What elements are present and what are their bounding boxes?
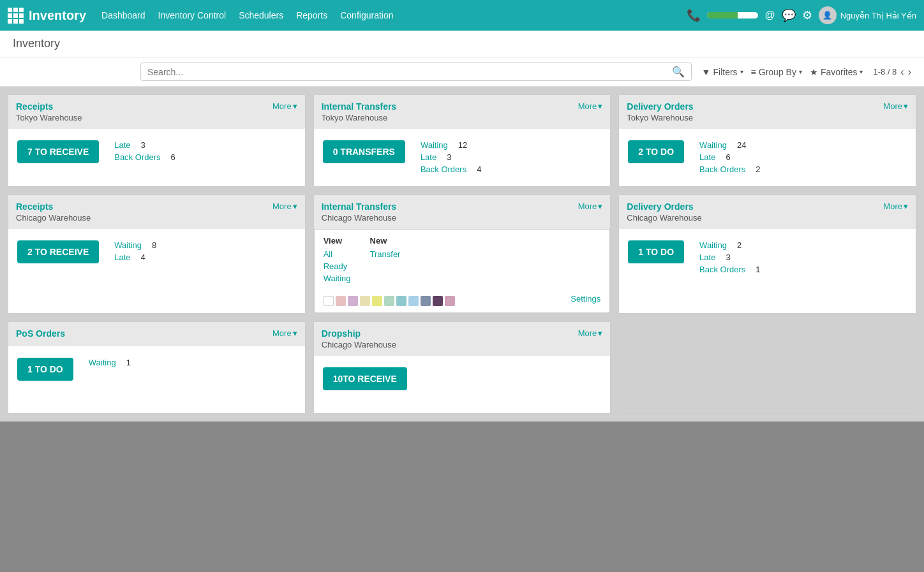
card-subtitle: Chicago Warehouse	[627, 213, 701, 223]
stat-label-late[interactable]: Late	[421, 152, 436, 162]
stat-label-waiting[interactable]: Waiting	[699, 240, 727, 250]
dropdown-link-waiting[interactable]: Waiting	[324, 274, 351, 283]
more-button-pos[interactable]: More ▾	[272, 328, 297, 338]
menu-reports[interactable]: Reports	[296, 10, 327, 20]
swatch-pink[interactable]	[336, 296, 346, 306]
dropdown-popup: View All Ready Waiting New Transfer	[314, 229, 611, 313]
stat-label-waiting[interactable]: Waiting	[89, 358, 116, 367]
action-btn-2-to-do[interactable]: 2 TO DO	[628, 140, 684, 163]
stat-label-backorders[interactable]: Back Orders	[114, 152, 160, 162]
dropdown-link-ready[interactable]: Ready	[324, 261, 351, 271]
topnav-right: 📞 @ 💬 ⚙ 👤 Nguyễn Thị Hải Yến	[687, 6, 916, 24]
stat-value-backorders: 6	[170, 152, 175, 162]
dropdown-link-all[interactable]: All	[324, 249, 351, 259]
swatch-gray[interactable]	[421, 296, 431, 306]
stat-value-backorders: 1	[756, 265, 760, 274]
more-button-receipts-tokyo[interactable]: More ▾	[272, 101, 297, 111]
swatch-teal[interactable]	[384, 296, 394, 306]
card-header-delivery-chicago: Delivery Orders Chicago Warehouse More ▾	[619, 195, 916, 229]
more-label: More	[883, 202, 902, 211]
pagination-prev[interactable]: ‹	[900, 66, 904, 78]
dashboard: Receipts Tokyo Warehouse More ▾ 7 TO REC…	[0, 87, 924, 422]
stat-value-backorders: 4	[477, 165, 481, 174]
stat-label-backorders[interactable]: Back Orders	[699, 265, 745, 274]
stat-row: Back Orders 1	[699, 265, 760, 274]
action-btn-pos-todo[interactable]: 1 TO DO	[17, 358, 73, 381]
stat-label-backorders[interactable]: Back Orders	[421, 165, 466, 174]
more-label: More	[578, 101, 597, 111]
stat-label-late[interactable]: Late	[699, 253, 715, 262]
menu-dashboard[interactable]: Dashboard	[101, 10, 145, 20]
filter-icon: ▼	[702, 67, 711, 77]
stat-row: Late 3	[421, 152, 481, 162]
stat-row: Waiting 12	[421, 140, 481, 150]
top-navigation: Inventory Dashboard Inventory Control Sc…	[0, 0, 924, 31]
more-button-delivery-tokyo[interactable]: More ▾	[883, 101, 908, 111]
more-button-internal-chicago[interactable]: More ▾	[578, 202, 603, 211]
card-body-pos: 1 TO DO Waiting 1	[8, 346, 305, 404]
card-title: PoS Orders	[16, 328, 65, 339]
more-button-receipts-chicago[interactable]: More ▾	[272, 202, 297, 211]
more-label: More	[883, 101, 902, 111]
card-body-delivery-tokyo: 2 TO DO Waiting 24 Late 6 Back Orders 2	[619, 129, 916, 186]
action-btn-10-to-receive[interactable]: 10TO RECEIVE	[323, 367, 407, 390]
stat-label-waiting[interactable]: Waiting	[421, 140, 448, 150]
settings-link[interactable]: Settings	[570, 294, 600, 304]
dropdown-new-col: New Transfer	[370, 236, 401, 286]
action-btn-2-to-receive[interactable]: 2 TO RECEIVE	[17, 240, 99, 263]
swatch-cyan[interactable]	[396, 296, 406, 306]
more-button-dropship[interactable]: More ▾	[578, 328, 603, 338]
more-label: More	[272, 328, 292, 338]
card-title: Receipts	[16, 101, 82, 112]
dropdown-link-transfer[interactable]: Transfer	[370, 249, 401, 259]
menu-schedulers[interactable]: Schedulers	[239, 10, 283, 20]
stat-label-waiting[interactable]: Waiting	[699, 140, 727, 150]
pagination-next[interactable]: ›	[908, 66, 911, 78]
menu-inventory-control[interactable]: Inventory Control	[158, 10, 227, 20]
stats-receipts-tokyo: Late 3 Back Orders 6	[114, 140, 175, 162]
swatch-dark[interactable]	[433, 296, 443, 306]
more-button-internal-tokyo[interactable]: More ▾	[578, 101, 603, 111]
app-logo[interactable]: Inventory	[8, 8, 86, 24]
phone-icon: 📞	[687, 8, 701, 22]
new-col-title: New	[370, 236, 401, 246]
swatch-yellow[interactable]	[372, 296, 382, 306]
search-box[interactable]: 🔍	[140, 62, 692, 81]
swatch-rose[interactable]	[445, 296, 455, 306]
stats-pos: Waiting 1	[89, 358, 131, 367]
top-menu: Dashboard Inventory Control Schedulers R…	[101, 10, 687, 20]
swatch-lightyellow[interactable]	[360, 296, 370, 306]
placeholder-empty	[618, 321, 916, 414]
swatch-white[interactable]	[324, 296, 334, 306]
breadcrumb: Inventory	[0, 31, 924, 57]
action-btn-1-to-do[interactable]: 1 TO DO	[628, 240, 684, 263]
favorites-button[interactable]: ★ Favorites ▾	[810, 67, 863, 77]
search-input[interactable]	[147, 67, 672, 77]
action-btn-0-transfers[interactable]: 0 TRANSFERS	[323, 140, 405, 163]
menu-configuration[interactable]: Configuration	[340, 10, 393, 20]
stat-label-waiting[interactable]: Waiting	[114, 240, 142, 250]
swatch-blue[interactable]	[408, 296, 419, 306]
group-by-button[interactable]: ≡ Group By ▾	[751, 67, 802, 77]
dropdown-view-col: View All Ready Waiting	[324, 236, 351, 286]
card-body-internal-tokyo: 0 TRANSFERS Waiting 12 Late 3 Back Order…	[314, 129, 611, 186]
stat-label-late[interactable]: Late	[699, 152, 715, 162]
stat-label-backorders[interactable]: Back Orders	[699, 165, 745, 174]
swatch-purple[interactable]	[348, 296, 358, 306]
more-button-delivery-chicago[interactable]: More ▾	[883, 202, 908, 211]
user-menu[interactable]: 👤 Nguyễn Thị Hải Yến	[819, 6, 916, 24]
dropdown-columns: View All Ready Waiting New Transfer	[324, 236, 601, 286]
stat-label-late[interactable]: Late	[114, 140, 130, 150]
user-name: Nguyễn Thị Hải Yến	[840, 11, 916, 20]
stat-row: Waiting 1	[89, 358, 131, 367]
group-by-arrow: ▾	[799, 68, 802, 75]
filters-button[interactable]: ▼ Filters ▾	[702, 67, 743, 77]
more-arrow-icon: ▾	[293, 101, 297, 111]
search-icon[interactable]: 🔍	[672, 66, 685, 78]
filters-label: Filters	[713, 67, 737, 77]
more-arrow-icon: ▾	[598, 328, 602, 338]
action-btn-7-to-receive[interactable]: 7 TO RECEIVE	[17, 140, 99, 163]
group-by-label: Group By	[759, 67, 796, 77]
stat-label-late[interactable]: Late	[114, 253, 130, 262]
stat-value-late: 3	[447, 152, 451, 162]
